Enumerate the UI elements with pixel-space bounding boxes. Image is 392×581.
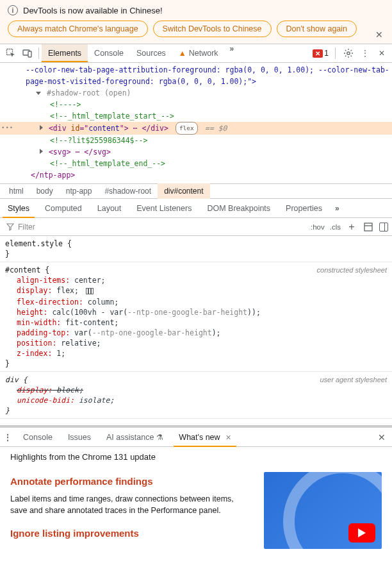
drawer-tab-label: What's new [179,428,220,447]
whatsnew-paragraph: Label items and time ranges, draw connec… [10,493,251,516]
subtab-layout[interactable]: Layout [90,199,129,218]
banner-buttons: Always match Chrome's language Switch De… [8,21,384,37]
drawer-more-icon[interactable]: ⋮ [0,433,15,442]
dont-show-again-button[interactable]: Don't show again [277,21,357,37]
settings-gear-icon[interactable] [342,47,355,60]
more-subtabs-button[interactable]: » [330,204,345,213]
tab-network[interactable]: ▲ Network [172,44,225,62]
drawer: ⋮ Console Issues AI assistance ⚗ What's … [0,426,392,581]
inherited-from-label [0,419,392,425]
drawer-tab-console[interactable]: Console [15,428,60,447]
svg-rect-4 [364,223,372,231]
svg-rect-7 [91,289,93,294]
play-icon[interactable] [348,523,375,543]
expand-arrow-icon[interactable] [40,125,43,130]
dom-tree[interactable]: --color-new-tab-page-attribution-foregro… [0,63,392,183]
styles-filter-row: Filter :hov .cls + [0,218,392,236]
svg-rect-6 [88,289,90,294]
drawer-tabs: ⋮ Console Issues AI assistance ⚗ What's … [0,428,392,447]
subtab-event-listeners[interactable]: Event Listeners [129,199,199,218]
warning-icon: ▲ [179,49,186,58]
subtab-styles[interactable]: Styles [0,199,37,218]
subtab-computed[interactable]: Computed [37,199,90,218]
whatsnew-panel[interactable]: Highlights from the Chrome 131 update An… [0,447,392,581]
match-language-button[interactable]: Always match Chrome's language [8,21,148,37]
more-options-icon[interactable]: ⋮ [359,47,372,60]
tab-elements[interactable]: Elements [42,44,88,62]
subtab-dom-breakpoints[interactable]: DOM Breakpoints [199,199,278,218]
breadcrumb-item[interactable]: ntp-app [60,183,99,199]
cls-toggle[interactable]: .cls [330,223,341,231]
separator [38,47,39,59]
expand-arrow-icon[interactable] [36,92,41,95]
banner-title-row: i DevTools is now available in Chinese! [8,5,384,15]
error-count: 1 [324,49,329,58]
new-style-rule-icon[interactable]: + [346,221,357,233]
breadcrumb-item[interactable]: div#content [158,183,209,199]
whatsnew-heading: Ignore listing improvements [10,528,251,539]
dom-tag: </svg> [84,147,111,156]
error-badge-icon: ✕ [313,49,323,58]
shadow-root-label: #shadow-root (open) [47,88,131,97]
stylesheet-source-link: user agent stylesheet [320,375,387,385]
drawer-tab-whatsnew[interactable]: What's new ✕ [171,428,238,447]
error-indicator[interactable]: ✕ 1 [313,49,329,58]
banner-close-button[interactable]: ✕ [373,27,386,42]
drawer-tab-ai-assistance[interactable]: AI assistance ⚗ [99,428,171,447]
filter-placeholder: Filter [18,223,35,232]
toggle-sidebar-icon[interactable] [379,223,388,232]
breadcrumb-item[interactable]: html [3,183,30,199]
drawer-tab-label: AI assistance [106,428,154,447]
main-toolbar: Elements Console Sources ▲ Network » ✕ 1… [0,44,392,63]
inspect-element-icon[interactable] [3,44,19,62]
whatsnew-video-thumbnail[interactable] [264,472,382,549]
rule-div-ua[interactable]: user agent stylesheet div { display: blo… [0,372,392,419]
computed-styles-toggle-icon[interactable] [363,221,374,233]
language-banner: i DevTools is now available in Chinese! … [0,0,392,44]
more-tabs-button[interactable]: » [225,44,240,62]
expand-arrow-icon[interactable] [40,149,43,154]
dom-line-svg[interactable]: <svg> ⋯ </svg> [0,146,392,158]
whatsnew-subtitle: Highlights from the Chrome 131 update [10,452,382,462]
drawer-close-button[interactable]: ✕ [372,432,392,442]
flex-editor-icon[interactable] [86,287,94,297]
equals-dollar-zero: == $0 [205,124,227,133]
rule-selector[interactable]: element.style { [5,239,387,249]
dom-line-comment[interactable]: <!--_html_template_start_--> [0,110,392,122]
svg-rect-5 [86,289,88,294]
css-rules-panel[interactable]: element.style { } constructed stylesheet… [0,236,392,426]
flex-badge[interactable]: flex [176,122,198,135]
hov-toggle[interactable]: :hov [311,223,325,231]
dom-text: --color-new-tab-page-attribution-foregro… [26,65,389,86]
dom-line-shadow[interactable]: #shadow-root (open) [0,87,392,99]
subtab-properties[interactable]: Properties [278,199,330,218]
filter-icon [6,223,14,231]
rule-element-style[interactable]: element.style { } [0,236,392,262]
stylesheet-source-link[interactable]: constructed stylesheet [317,265,387,275]
dom-tag: <svg> [49,147,71,156]
tab-sources[interactable]: Sources [130,44,172,62]
dom-line-comment[interactable]: <!--?lit$255986344$--> [0,135,392,146]
dom-line-comment[interactable]: <!----> [0,99,392,110]
whatsnew-heading: Annotate performance findings [10,476,251,487]
breadcrumb-item[interactable]: body [30,183,60,199]
drawer-tab-issues[interactable]: Issues [60,428,99,447]
dom-line-comment[interactable]: <!--_html_template_end_--> [0,158,392,169]
separator [335,47,336,59]
switch-language-button[interactable]: Switch DevTools to Chinese [153,21,272,37]
dom-line-selected[interactable]: <div id="content"> ⋯ </div> flex == $0 [0,122,392,135]
tab-network-label: Network [189,49,218,58]
dom-line[interactable]: --color-new-tab-page-attribution-foregro… [0,64,392,87]
styles-subtabs: Styles Computed Layout Event Listeners D… [0,199,392,218]
close-devtools-icon[interactable]: ✕ [375,47,388,60]
banner-title: DevTools is now available in Chinese! [23,6,163,15]
filter-input[interactable]: Filter [4,223,311,232]
tab-console[interactable]: Console [88,44,130,62]
svg-point-3 [347,52,350,55]
breadcrumb-bar: html body ntp-app #shadow-root div#conte… [0,183,392,199]
breadcrumb-item[interactable]: #shadow-root [98,183,158,199]
dom-line-close[interactable]: </ntp-app> [0,169,392,181]
close-tab-icon[interactable]: ✕ [225,428,231,447]
device-toolbar-icon[interactable] [19,44,36,62]
rule-content[interactable]: constructed stylesheet #content { align-… [0,262,392,372]
